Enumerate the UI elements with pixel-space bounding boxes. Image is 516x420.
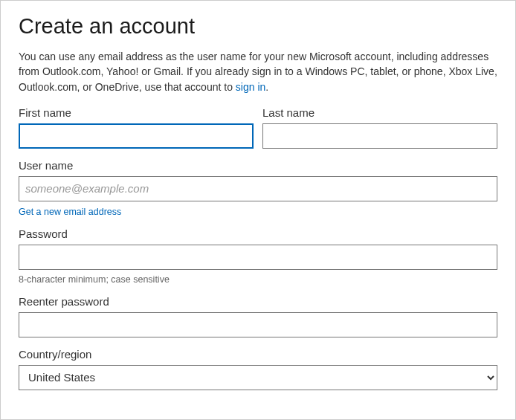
country-region-select[interactable]: United States	[19, 365, 497, 390]
account-create-panel: Create an account You can use any email …	[0, 0, 516, 420]
country-region-label: Country/region	[19, 348, 497, 361]
password-hint: 8-character minimum; case sensitive	[19, 274, 497, 285]
last-name-input[interactable]	[262, 123, 497, 149]
password-label: Password	[19, 227, 497, 240]
last-name-label: Last name	[262, 106, 497, 119]
intro-text-suffix: .	[265, 81, 268, 93]
first-name-label: First name	[19, 106, 254, 119]
get-new-email-link[interactable]: Get a new email address	[19, 207, 121, 217]
user-name-label: User name	[19, 159, 497, 172]
password-input[interactable]	[19, 245, 497, 270]
first-name-input[interactable]	[19, 123, 254, 149]
page-title: Create an account	[19, 14, 497, 39]
reenter-password-label: Reenter password	[19, 295, 497, 308]
sign-in-link[interactable]: sign in	[236, 81, 265, 93]
intro-text: You can use any email address as the use…	[19, 49, 497, 94]
reenter-password-input[interactable]	[19, 312, 497, 337]
user-name-input[interactable]	[19, 176, 497, 201]
